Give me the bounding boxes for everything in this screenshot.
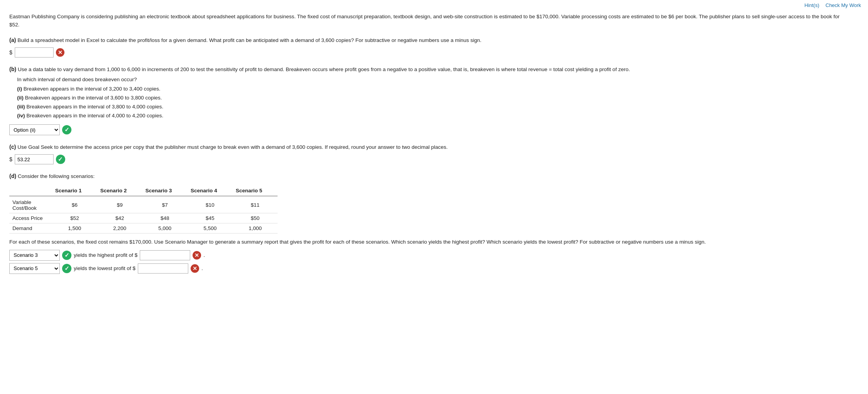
top-bar: Hint(s) Check My Work xyxy=(0,0,868,10)
row-variable-s5: $11 xyxy=(233,196,278,213)
hint-link[interactable]: Hint(s) xyxy=(804,2,819,8)
table-header-s2: Scenario 2 xyxy=(97,185,142,196)
section-a-question-text: Build a spreadsheet model in Excel to ca… xyxy=(17,37,481,43)
table-row: Access Price $52 $42 $48 $45 $50 xyxy=(9,213,278,223)
section-a-label: (a) xyxy=(9,37,16,43)
section-c-dollar: $ xyxy=(9,156,12,162)
option-iii: (iii) Breakeven appears in the interval … xyxy=(17,103,845,112)
lowest-scenario-dropdown[interactable]: Scenario 1 Scenario 2 Scenario 3 Scenari… xyxy=(9,263,60,274)
section-b-question-text: Use a data table to vary demand from 1,0… xyxy=(18,66,630,72)
highest-check-icon: ✓ xyxy=(62,251,71,260)
section-c-label: (c) xyxy=(9,144,16,150)
section-d-label: (d) xyxy=(9,173,16,179)
option-ii: (ii) Breakeven appears in the interval o… xyxy=(17,94,845,103)
section-c-check-icon: ✓ xyxy=(56,155,65,164)
section-b: (b) Use a data table to vary demand from… xyxy=(9,65,845,135)
section-c-question: (c) Use Goal Seek to determine the acces… xyxy=(9,143,845,151)
section-d-intro: (d) Consider the following scenarios: xyxy=(9,172,845,180)
highest-error-icon: ✕ xyxy=(193,251,201,260)
highest-period: . xyxy=(203,252,205,258)
section-c-input[interactable] xyxy=(15,154,54,164)
section-d-intro-text: Consider the following scenarios: xyxy=(18,173,95,179)
row-access-s2: $42 xyxy=(97,213,142,223)
section-b-label: (b) xyxy=(9,66,16,72)
section-d: (d) Consider the following scenarios: Sc… xyxy=(9,172,845,274)
row-demand-s3: 5,000 xyxy=(142,223,187,233)
section-d-note: For each of these scenarios, the fixed c… xyxy=(9,238,845,246)
section-c-input-row: $ ✓ xyxy=(9,154,845,164)
table-header-s5: Scenario 5 xyxy=(233,185,278,196)
section-a-error-icon: ✕ xyxy=(56,48,64,57)
lowest-profit-label: yields the lowest profit of $ xyxy=(74,265,135,271)
row-variable-label: VariableCost/Book xyxy=(9,196,52,213)
row-variable-s1: $6 xyxy=(52,196,97,213)
section-b-check-icon: ✓ xyxy=(62,125,71,134)
section-b-dropdown[interactable]: Option (i) Option (ii) Option (iii) Opti… xyxy=(9,124,60,135)
highest-profit-input[interactable] xyxy=(140,250,190,260)
section-b-question: (b) Use a data table to vary demand from… xyxy=(9,65,845,73)
section-c: (c) Use Goal Seek to determine the acces… xyxy=(9,143,845,164)
check-my-work-link[interactable]: Check My Work xyxy=(826,2,861,8)
scenario-table: Scenario 1 Scenario 2 Scenario 3 Scenari… xyxy=(9,185,278,234)
highest-profit-row: Scenario 1 Scenario 2 Scenario 3 Scenari… xyxy=(9,250,845,261)
section-a: (a) Build a spreadsheet model in Excel t… xyxy=(9,36,845,58)
lowest-error-icon: ✕ xyxy=(191,264,199,273)
section-a-dollar: $ xyxy=(9,49,12,56)
section-b-dropdown-row: Option (i) Option (ii) Option (iii) Opti… xyxy=(9,124,845,135)
lowest-period: . xyxy=(201,265,203,271)
row-demand-s1: 1,500 xyxy=(52,223,97,233)
row-variable-s3: $7 xyxy=(142,196,187,213)
lowest-check-icon: ✓ xyxy=(62,264,71,273)
section-a-input[interactable] xyxy=(15,47,54,58)
intro-text: Eastman Publishing Company is considerin… xyxy=(9,13,845,29)
row-access-s5: $50 xyxy=(233,213,278,223)
row-variable-s2: $9 xyxy=(97,196,142,213)
option-iv: (iv) Breakeven appears in the interval o… xyxy=(17,112,845,120)
lowest-profit-row: Scenario 1 Scenario 2 Scenario 3 Scenari… xyxy=(9,263,845,274)
option-i: (i) Breakeven appears in the interval of… xyxy=(17,85,845,94)
section-a-question: (a) Build a spreadsheet model in Excel t… xyxy=(9,36,845,44)
row-demand-s5: 1,000 xyxy=(233,223,278,233)
lowest-profit-input[interactable] xyxy=(138,263,188,274)
row-access-s1: $52 xyxy=(52,213,97,223)
row-demand-s4: 5,500 xyxy=(187,223,233,233)
table-header-s1: Scenario 1 xyxy=(52,185,97,196)
highest-scenario-dropdown[interactable]: Scenario 1 Scenario 2 Scenario 3 Scenari… xyxy=(9,250,60,261)
section-b-sub-question: In which interval of demand does breakev… xyxy=(17,77,845,82)
table-header-empty xyxy=(9,185,52,196)
row-access-s4: $45 xyxy=(187,213,233,223)
table-header-s3: Scenario 3 xyxy=(142,185,187,196)
section-b-options: (i) Breakeven appears in the interval of… xyxy=(17,85,845,120)
row-variable-s4: $10 xyxy=(187,196,233,213)
table-header-s4: Scenario 4 xyxy=(187,185,233,196)
main-content: Eastman Publishing Company is considerin… xyxy=(0,10,854,291)
section-a-input-row: $ ✕ xyxy=(9,47,845,58)
section-c-question-text: Use Goal Seek to determine the access pr… xyxy=(17,144,448,150)
row-demand-label: Demand xyxy=(9,223,52,233)
highest-profit-label: yields the highest profit of $ xyxy=(74,252,137,258)
table-row: VariableCost/Book $6 $9 $7 $10 $11 xyxy=(9,196,278,213)
row-demand-s2: 2,200 xyxy=(97,223,142,233)
row-access-s3: $48 xyxy=(142,213,187,223)
table-row: Demand 1,500 2,200 5,000 5,500 1,000 xyxy=(9,223,278,233)
row-access-label: Access Price xyxy=(9,213,52,223)
